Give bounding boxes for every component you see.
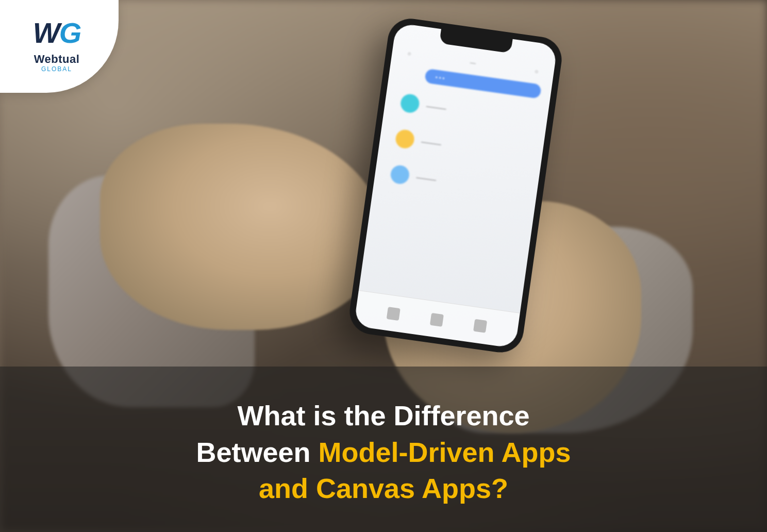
hero-banner: ○ — ○ • • • ——— ——— ——— (0, 0, 767, 532)
phone-notch (439, 29, 513, 53)
phone-tab-bar (354, 290, 520, 348)
title-line-1: What is the Difference (237, 400, 529, 431)
phone-status-bar: ○ — ○ (402, 49, 544, 75)
tab-icon (386, 307, 400, 321)
logo-letter-g: G (59, 16, 81, 49)
banner-title: What is the Difference Between Model-Dri… (21, 397, 746, 506)
title-line-2-prefix: Between (196, 437, 318, 468)
logo-subtitle: GLOBAL (41, 66, 72, 72)
teal-circle-icon (399, 93, 421, 114)
logo-letter-w: W (33, 16, 58, 49)
logo-text: Webtual GLOBAL (34, 54, 80, 72)
phone-item-label: ——— (421, 138, 442, 148)
left-hand (100, 124, 384, 330)
yellow-circle-icon (394, 128, 415, 149)
logo-mark: W G (33, 16, 80, 49)
hands-holding-phone-illustration: ○ — ○ • • • ——— ——— ——— (152, 21, 615, 381)
title-highlight-2: and Canvas Apps? (259, 473, 508, 504)
phone-app-content: ○ — ○ • • • ——— ——— ——— (384, 49, 544, 206)
title-overlay: What is the Difference Between Model-Dri… (0, 367, 767, 532)
title-highlight-1: Model-Driven Apps (319, 437, 571, 468)
phone-screen: ○ — ○ • • • ——— ——— ——— (354, 23, 558, 348)
phone-item-label: ——— (426, 102, 447, 112)
blue-circle-icon (390, 164, 411, 186)
logo-company-name: Webtual (34, 54, 80, 65)
phone-item-label: ——— (416, 173, 437, 184)
tab-icon (473, 319, 487, 332)
tab-icon (430, 312, 444, 326)
